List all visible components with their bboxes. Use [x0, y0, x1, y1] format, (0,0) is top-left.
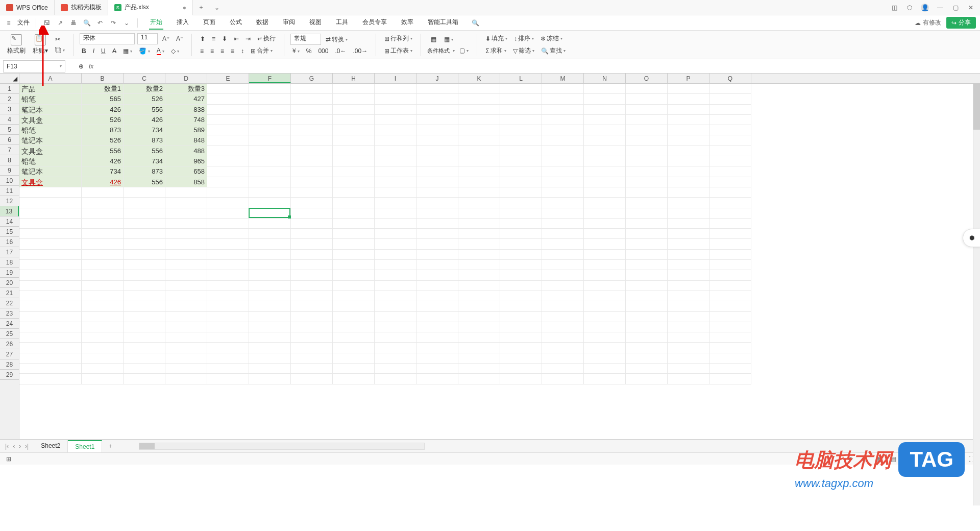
rowcol-button[interactable]: ⊞行和列▾	[382, 33, 414, 44]
cell-B23[interactable]	[82, 312, 124, 322]
cell-O23[interactable]	[626, 312, 668, 322]
row-header-10[interactable]: 10	[0, 176, 19, 186]
row-header-6[interactable]: 6	[0, 135, 19, 145]
cell-H17[interactable]	[333, 250, 375, 260]
cell-L28[interactable]	[500, 364, 542, 374]
cell-A12[interactable]	[19, 198, 82, 208]
cell-N18[interactable]	[584, 260, 626, 270]
col-header-K[interactable]: K	[458, 74, 500, 83]
row-header-9[interactable]: 9	[0, 165, 19, 176]
cell-G23[interactable]	[291, 312, 333, 322]
cell-I14[interactable]	[375, 219, 416, 229]
cell-O16[interactable]	[626, 239, 668, 249]
cell-L10[interactable]	[500, 177, 542, 187]
cell-D7[interactable]: 488	[165, 146, 207, 156]
cell-G26[interactable]	[291, 343, 333, 353]
cell-I27[interactable]	[375, 353, 416, 364]
menu-tab-插入[interactable]: 插入	[176, 16, 190, 30]
cell-F19[interactable]	[249, 270, 291, 280]
cell-Q17[interactable]	[709, 250, 751, 260]
cell-L14[interactable]	[500, 219, 542, 229]
cell-H3[interactable]	[333, 105, 375, 115]
cell-A4[interactable]: 文具盒	[19, 115, 82, 125]
side-panel-toggle[interactable]: ⬢	[963, 229, 980, 247]
cell-H18[interactable]	[333, 260, 375, 270]
col-header-M[interactable]: M	[542, 74, 584, 83]
cell-B6[interactable]: 526	[82, 135, 124, 146]
cell-L21[interactable]	[500, 291, 542, 301]
cell-L11[interactable]	[500, 187, 542, 198]
cell-F12[interactable]	[249, 198, 291, 208]
row-header-18[interactable]: 18	[0, 257, 19, 268]
cell-K14[interactable]	[458, 219, 500, 229]
cell-F28[interactable]	[249, 364, 291, 374]
col-header-O[interactable]: O	[626, 74, 668, 83]
increase-decimal-button[interactable]: .00→	[351, 46, 370, 56]
cell-O19[interactable]	[626, 270, 668, 280]
cell-G22[interactable]	[291, 301, 333, 311]
cell-C1[interactable]: 数量2	[124, 84, 165, 94]
scrollbar-thumb[interactable]	[973, 84, 980, 130]
cell-I10[interactable]	[375, 177, 416, 187]
cell-J5[interactable]	[416, 125, 458, 135]
cell-C11[interactable]	[124, 187, 165, 198]
cell-I13[interactable]	[375, 208, 416, 219]
cell-I11[interactable]	[375, 187, 416, 198]
cell-B24[interactable]	[82, 322, 124, 332]
cell-G21[interactable]	[291, 291, 333, 301]
cell-O10[interactable]	[626, 177, 668, 187]
row-header-27[interactable]: 27	[0, 349, 19, 359]
cell-M13[interactable]	[542, 208, 584, 219]
cell-H6[interactable]	[333, 135, 375, 146]
cell-G17[interactable]	[291, 250, 333, 260]
cell-P9[interactable]	[668, 166, 709, 177]
percent-button[interactable]: %	[304, 46, 314, 56]
paste-button[interactable]: 📋 粘贴▾	[31, 33, 50, 56]
cell-L15[interactable]	[500, 229, 542, 239]
row-header-11[interactable]: 11	[0, 186, 19, 196]
row-header-1[interactable]: 1	[0, 84, 19, 94]
cell-B26[interactable]	[82, 343, 124, 353]
cell-B27[interactable]	[82, 353, 124, 364]
cell-J14[interactable]	[416, 219, 458, 229]
cell-Q2[interactable]	[709, 94, 751, 104]
cell-H24[interactable]	[333, 322, 375, 332]
cell-E25[interactable]	[207, 332, 249, 343]
cell-G3[interactable]	[291, 105, 333, 115]
cell-P16[interactable]	[668, 239, 709, 249]
cell-K12[interactable]	[458, 198, 500, 208]
cell-A15[interactable]	[19, 229, 82, 239]
cell-Q19[interactable]	[709, 270, 751, 280]
cell-H23[interactable]	[333, 312, 375, 322]
increase-font-button[interactable]: A⁺	[160, 34, 172, 43]
cell-E10[interactable]	[207, 177, 249, 187]
cell-L26[interactable]	[500, 343, 542, 353]
cell-L29[interactable]	[500, 374, 542, 384]
cell-H26[interactable]	[333, 343, 375, 353]
cell-L1[interactable]	[500, 84, 542, 94]
cell-C27[interactable]	[124, 353, 165, 364]
cell-B3[interactable]: 426	[82, 105, 124, 115]
cell-L9[interactable]	[500, 166, 542, 177]
cell-Q27[interactable]	[709, 353, 751, 364]
cell-E15[interactable]	[207, 229, 249, 239]
minimize-button[interactable]: —	[936, 4, 944, 12]
cell-H19[interactable]	[333, 270, 375, 280]
cell-D17[interactable]	[165, 250, 207, 260]
cell-A13[interactable]	[19, 208, 82, 219]
cell-J7[interactable]	[416, 146, 458, 156]
cell-D11[interactable]	[165, 187, 207, 198]
cell-J22[interactable]	[416, 301, 458, 311]
cell-L3[interactable]	[500, 105, 542, 115]
save-icon[interactable]: 🖫	[42, 18, 52, 28]
col-header-A[interactable]: A	[19, 74, 82, 83]
cell-J28[interactable]	[416, 364, 458, 374]
cell-L5[interactable]	[500, 125, 542, 135]
cell-H22[interactable]	[333, 301, 375, 311]
cell-K2[interactable]	[458, 94, 500, 104]
cell-G18[interactable]	[291, 260, 333, 270]
cell-G8[interactable]	[291, 156, 333, 166]
cell-N26[interactable]	[584, 343, 626, 353]
cell-D16[interactable]	[165, 239, 207, 249]
fill-button[interactable]: ⬇填充▾	[483, 33, 509, 44]
